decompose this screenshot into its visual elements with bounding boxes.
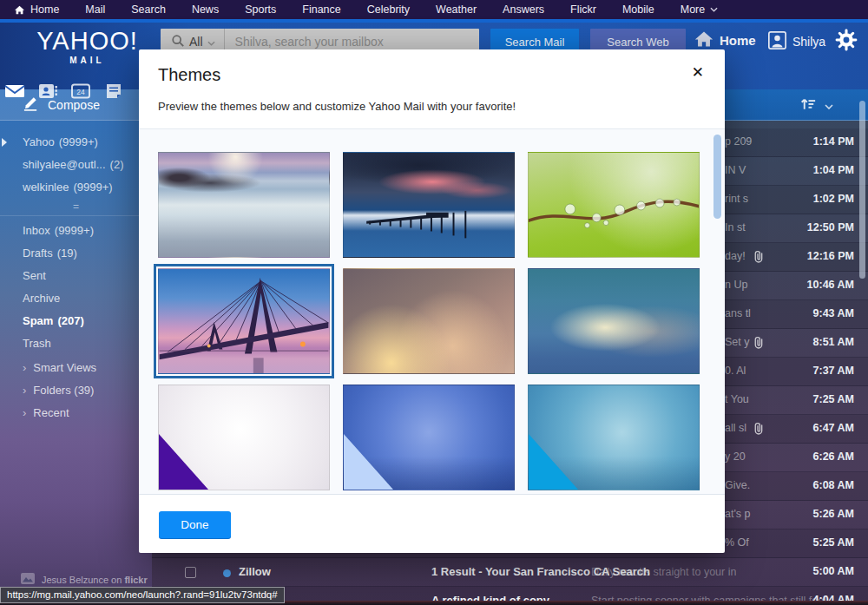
theme-tile-dark-pier[interactable]	[343, 152, 515, 258]
sidebar-section-smart-views[interactable]: ›Smart Views	[0, 357, 152, 379]
topnav-label: Mobile	[622, 3, 654, 16]
topnav-item-weather[interactable]: Weather	[423, 3, 490, 16]
chevron-down-icon	[710, 7, 718, 12]
email-snippet: at's p	[725, 508, 751, 520]
email-snippet: 0. Al	[725, 365, 746, 377]
modal-scrollbar[interactable]	[713, 135, 721, 219]
topnav-label: Weather	[436, 3, 477, 16]
sidebar-folder-drafts[interactable]: Drafts(19)	[0, 242, 152, 265]
email-time: 6:26 AM	[813, 450, 854, 463]
paperclip-icon	[753, 250, 764, 266]
unread-dot	[223, 569, 231, 577]
email-snippet: p 209	[725, 135, 752, 148]
logo-text: YAHOO!	[33, 27, 141, 56]
topnav-label: News	[192, 3, 219, 16]
top-nav: HomeMailSearchNewsSportsFinanceCelebrity…	[0, 0, 868, 19]
topnav-item-home[interactable]: Home	[14, 3, 72, 16]
search-icon	[171, 34, 185, 50]
folder-list: Inbox(9999+)Drafts(19)SentArchiveSpam(20…	[0, 220, 152, 355]
account-label: shilyalee@outl...	[23, 158, 106, 171]
sidebar-folder-spam[interactable]: Spam(207)	[0, 310, 152, 332]
email-time: 5:26 AM	[813, 508, 854, 520]
email-snippet: y 20	[725, 450, 746, 463]
calendar-icon[interactable]: 24	[69, 82, 92, 101]
logo-subtext: MAIL	[33, 56, 141, 65]
email-checkbox[interactable]	[185, 567, 196, 578]
sort-icon	[799, 96, 818, 114]
house-icon	[14, 5, 25, 15]
email-row-zillow[interactable]: Zillow1 Result - Your San Francisco CA S…	[152, 558, 868, 587]
topnav-item-search[interactable]: Search	[118, 3, 179, 16]
topnav-label: Search	[131, 3, 166, 16]
folder-label: Inbox	[23, 224, 50, 237]
email-snippet: % Of	[725, 536, 749, 549]
photo-credit-text: Jesus Belzunce on	[42, 575, 122, 585]
done-button[interactable]: Done	[159, 511, 231, 538]
sidebar: Compose Yahoo(9999+)shilyalee@outl...(2)…	[0, 89, 152, 605]
email-snippet: n Up	[725, 279, 747, 291]
folder-label: Spam	[23, 314, 53, 327]
theme-tile-sky-corner[interactable]	[528, 385, 700, 490]
email-time: 12:50 PM	[807, 221, 854, 233]
user-menu[interactable]: Shilya	[768, 31, 825, 52]
home-label: Home	[720, 33, 756, 48]
folder-label: Archive	[23, 292, 60, 305]
settings-gear-icon[interactable]	[835, 29, 858, 55]
section-label: Folders (39)	[33, 379, 94, 402]
email-list-scrollbar[interactable]	[859, 101, 865, 279]
email-time: 5:25 AM	[813, 536, 854, 549]
sidebar-section-folders-[interactable]: ›Folders (39)	[0, 379, 152, 402]
theme-tile-warm-haze[interactable]	[343, 268, 515, 374]
notepad-icon[interactable]	[102, 82, 125, 101]
photo-credit[interactable]: Jesus Belzunce on flickr	[21, 573, 148, 586]
theme-tile-ocean-glow[interactable]	[528, 268, 700, 374]
photo-credit-brand: flickr	[124, 575, 147, 585]
topnav-item-sports[interactable]: Sports	[232, 3, 289, 16]
home-button[interactable]: Home	[694, 31, 756, 49]
topnav-label: Finance	[302, 3, 340, 16]
topnav-label: Celebrity	[367, 3, 410, 16]
status-bar-url: https://mg.mail.yahoo.com/neo/launch?.ra…	[0, 587, 285, 603]
theme-grid	[139, 129, 712, 490]
topnav-item-celebrity[interactable]: Celebrity	[354, 3, 423, 16]
folder-label: Sent	[23, 269, 46, 282]
sidebar-folder-inbox[interactable]: Inbox(9999+)	[0, 220, 152, 242]
account-count: (9999+)	[59, 135, 98, 148]
topnav-item-flickr[interactable]: Flickr	[557, 3, 609, 16]
sidebar-folder-trash[interactable]: Trash	[0, 332, 152, 355]
sidebar-account-3[interactable]: welkinlee(9999+)	[0, 176, 152, 199]
home-icon	[694, 31, 713, 49]
svg-text:24: 24	[76, 88, 85, 96]
account-label: welkinlee	[23, 181, 69, 194]
account-count: (9999+)	[73, 181, 112, 194]
sidebar-folder-sent[interactable]: Sent	[0, 265, 152, 287]
theme-tile-white-purple-corner[interactable]	[158, 385, 330, 490]
topnav-item-more[interactable]: More	[667, 3, 731, 16]
sidebar-resize-handle[interactable]: =	[0, 201, 152, 216]
email-snippet: Give.	[725, 479, 750, 491]
email-snippet: rint s	[725, 193, 748, 205]
email-snippet: Set y	[725, 336, 750, 348]
contacts-icon[interactable]	[36, 82, 59, 101]
topnav-item-answers[interactable]: Answers	[490, 3, 557, 16]
sort-control[interactable]	[799, 96, 833, 114]
sidebar-account-2[interactable]: shilyalee@outl...(2)	[0, 154, 152, 176]
topnav-item-finance[interactable]: Finance	[289, 3, 353, 16]
sidebar-account-1[interactable]: Yahoo(9999+)	[0, 131, 152, 154]
theme-tile-beach-waves[interactable]	[158, 152, 330, 258]
theme-tile-green-droplets[interactable]	[528, 152, 700, 258]
theme-tile-blue-corner[interactable]	[343, 385, 515, 490]
topnav-item-mail[interactable]: Mail	[72, 3, 118, 16]
sidebar-section-recent[interactable]: ›Recent	[0, 402, 152, 424]
topnav-item-mobile[interactable]: Mobile	[609, 3, 667, 16]
topnav-label: Home	[30, 3, 59, 16]
mail-icon[interactable]	[3, 82, 26, 101]
theme-tile-bridge-sunset[interactable]	[158, 268, 330, 374]
yahoo-mail-logo[interactable]: YAHOO! MAIL	[33, 27, 141, 65]
topnav-item-news[interactable]: News	[179, 3, 232, 16]
sidebar-folder-archive[interactable]: Archive	[0, 287, 152, 310]
modal-title: Themes	[158, 65, 220, 85]
close-icon[interactable]: ✕	[688, 60, 707, 85]
email-snippet: day!	[725, 250, 746, 262]
folder-count: (19)	[57, 247, 77, 260]
